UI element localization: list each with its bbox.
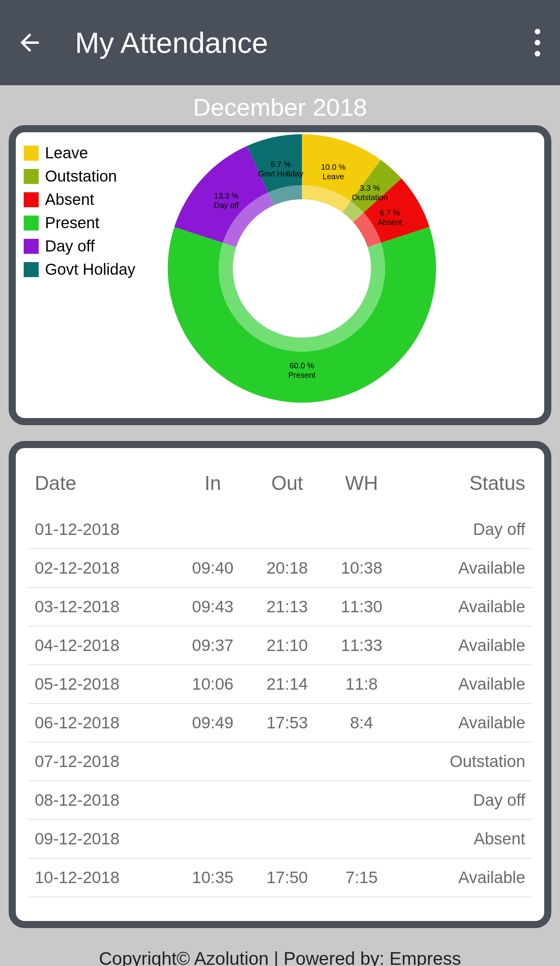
cell-out: 17:50 — [250, 858, 324, 897]
table-row: 02-12-201809:4020:1810:38Available — [28, 549, 532, 587]
table-row: 05-12-201810:0621:1411:8Available — [28, 665, 532, 703]
donut-chart: 10.0 %Leave3.3 %Outstation6.7 %Absent60.… — [166, 132, 438, 406]
cell-in — [176, 510, 250, 549]
table-row: 10-12-201810:3517:507:15Available — [28, 858, 532, 897]
footer-text: Copyright© Azolution | Powered by: Empre… — [0, 944, 560, 966]
legend-swatch — [24, 216, 39, 231]
legend-item: Leave — [24, 144, 135, 162]
table-row: 04-12-201809:3721:1011:33Available — [28, 626, 532, 665]
cell-in: 09:49 — [176, 703, 250, 742]
chart-legend: LeaveOutstationAbsentPresentDay offGovt … — [20, 140, 135, 410]
attendance-chart-card: LeaveOutstationAbsentPresentDay offGovt … — [9, 125, 551, 425]
cell-status: Absent — [399, 820, 532, 858]
legend-swatch — [24, 262, 39, 277]
cell-out — [250, 742, 324, 781]
cell-status: Available — [399, 626, 532, 665]
cell-out: 21:14 — [250, 665, 324, 703]
col-in: In — [176, 464, 250, 510]
cell-wh: 8:4 — [324, 703, 399, 742]
legend-item: Govt Holiday — [24, 261, 135, 278]
cell-wh — [324, 510, 399, 549]
cell-date: 07-12-2018 — [28, 742, 176, 781]
cell-wh — [324, 820, 399, 858]
cell-status: Outstation — [399, 742, 532, 781]
overflow-menu-icon[interactable] — [535, 29, 540, 56]
col-out: Out — [250, 464, 324, 510]
cell-status: Day off — [399, 510, 532, 549]
legend-swatch — [24, 192, 39, 207]
cell-out — [250, 820, 324, 858]
legend-swatch — [24, 169, 39, 184]
app-header: My Attendance — [0, 0, 560, 85]
cell-status: Available — [399, 703, 532, 742]
table-row: 01-12-2018Day off — [28, 510, 532, 549]
cell-status: Available — [399, 858, 532, 897]
svg-point-1 — [233, 199, 371, 338]
cell-wh: 10:38 — [324, 549, 399, 587]
legend-label: Present — [45, 214, 99, 232]
cell-date: 08-12-2018 — [28, 781, 176, 820]
cell-status: Available — [399, 665, 532, 703]
cell-out: 20:18 — [250, 549, 324, 587]
page-title: My Attendance — [75, 26, 268, 60]
cell-out: 21:10 — [250, 626, 324, 665]
cell-wh: 11:33 — [324, 626, 399, 665]
legend-label: Day off — [45, 237, 95, 255]
cell-wh — [324, 742, 399, 781]
col-wh: WH — [324, 464, 399, 510]
cell-in — [176, 820, 250, 858]
cell-status: Available — [399, 587, 532, 626]
legend-label: Govt Holiday — [45, 261, 135, 278]
cell-in: 09:37 — [176, 626, 250, 665]
cell-status: Day off — [399, 781, 532, 820]
legend-label: Outstation — [45, 167, 117, 185]
cell-date: 01-12-2018 — [28, 510, 176, 549]
col-status: Status — [399, 464, 532, 510]
cell-wh — [324, 781, 399, 820]
cell-in — [176, 742, 250, 781]
legend-swatch — [24, 146, 39, 161]
legend-item: Outstation — [24, 167, 135, 185]
cell-date: 09-12-2018 — [28, 820, 176, 858]
attendance-table-card: Date In Out WH Status 01-12-2018Day off0… — [9, 441, 551, 928]
cell-date: 06-12-2018 — [28, 703, 176, 742]
legend-item: Present — [24, 214, 135, 232]
cell-out — [250, 781, 324, 820]
legend-item: Day off — [24, 237, 135, 255]
cell-date: 04-12-2018 — [28, 626, 176, 665]
table-row: 09-12-2018Absent — [28, 820, 532, 858]
table-row: 03-12-201809:4321:1311:30Available — [28, 587, 532, 626]
cell-out: 17:53 — [250, 703, 324, 742]
cell-wh: 11:8 — [324, 665, 399, 703]
cell-in — [176, 781, 250, 820]
cell-wh: 11:30 — [324, 587, 399, 626]
cell-in: 09:43 — [176, 587, 250, 626]
table-row: 07-12-2018Outstation — [28, 742, 532, 781]
cell-out: 21:13 — [250, 587, 324, 626]
cell-wh: 7:15 — [324, 858, 399, 897]
month-label: December 2018 — [0, 85, 560, 125]
cell-out — [250, 510, 324, 549]
cell-date: 05-12-2018 — [28, 665, 176, 703]
legend-item: Absent — [24, 191, 135, 208]
legend-label: Absent — [45, 191, 94, 208]
cell-in: 10:06 — [176, 665, 250, 703]
table-row: 06-12-201809:4917:538:4Available — [28, 703, 532, 742]
cell-date: 02-12-2018 — [28, 549, 176, 587]
legend-swatch — [24, 239, 39, 254]
cell-in: 09:40 — [176, 549, 250, 587]
col-date: Date — [28, 464, 176, 510]
cell-date: 03-12-2018 — [28, 587, 176, 626]
back-arrow-icon[interactable] — [16, 29, 43, 56]
cell-status: Available — [399, 549, 532, 587]
attendance-table: Date In Out WH Status 01-12-2018Day off0… — [28, 464, 532, 897]
cell-in: 10:35 — [176, 858, 250, 897]
cell-date: 10-12-2018 — [28, 858, 176, 897]
legend-label: Leave — [45, 144, 88, 162]
table-row: 08-12-2018Day off — [28, 781, 532, 820]
